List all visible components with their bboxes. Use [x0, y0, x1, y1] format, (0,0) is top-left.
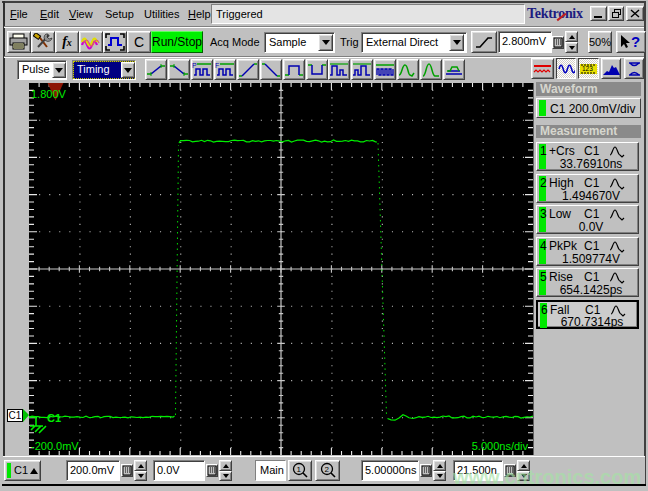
svg-text:123: 123	[582, 65, 593, 72]
svg-text:1: 1	[297, 465, 302, 474]
svg-text:P: P	[192, 62, 197, 69]
svg-text:F: F	[215, 62, 219, 69]
svg-text:2: 2	[324, 465, 329, 474]
